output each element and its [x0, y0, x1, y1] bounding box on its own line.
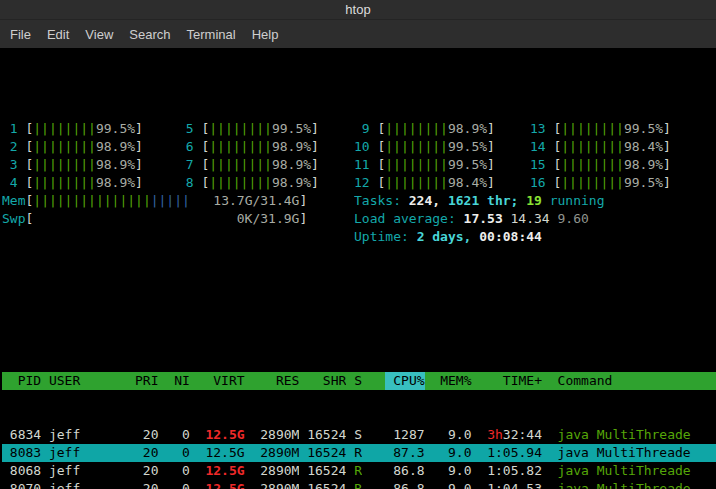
process-table-header: PIDUSERPRINIVIRTRESSHRSCPU%MEM%TIME+Comm… [2, 372, 716, 390]
load-average-label: Load average: [354, 211, 464, 226]
menu-item-view[interactable]: View [77, 25, 121, 44]
cpu-meter-bars: |||||||| [33, 121, 96, 136]
cpu-meter-value: 98.9% [96, 138, 135, 156]
column-header-shr[interactable]: SHR [299, 372, 346, 390]
cpu-meter-bars: |||||||| [33, 157, 96, 172]
cpu-meter-value: 98.4% [448, 174, 487, 192]
cpu-meter-number: 3 [2, 156, 18, 174]
cpu-meter-value: 98.9% [272, 138, 311, 156]
tasks-running-suffix: running [542, 193, 605, 208]
column-header-cmd[interactable]: Command [542, 372, 716, 390]
cpu-meter-number: 1 [2, 120, 18, 138]
memory-meter: Mem[|||||||||||||||||||| 13.7G/31.4G] [2, 192, 354, 210]
column-header-cpu[interactable]: CPU% [362, 372, 425, 390]
swap-meter-label: Swp [2, 211, 25, 226]
cpu-meter-bars: |||||||| [33, 139, 96, 154]
blank-line [2, 300, 716, 318]
column-header-pid[interactable]: PID [2, 372, 41, 390]
uptime-line: Uptime: 2 days, 00:08:44 [354, 228, 706, 246]
memory-meter-value: 13.7G/31.4G [213, 193, 299, 208]
cpu-meter-number: 13 [530, 120, 546, 138]
swap-meter: Swp[0K/31.9G] [2, 210, 354, 228]
cpu-meter-bars: |||||||| [561, 139, 624, 154]
cpu-meter-value: 98.4% [624, 138, 663, 156]
cpu-meter-bars: |||||||| [561, 157, 624, 172]
column-header-virt[interactable]: VIRT [190, 372, 245, 390]
cpu-meter-7: 7[||||||||98.9%] [178, 156, 354, 174]
menu-item-edit[interactable]: Edit [39, 25, 77, 44]
tasks-label: Tasks: [354, 193, 409, 208]
cpu-meter-value: 98.9% [96, 156, 135, 174]
cpu-meter-number: 6 [178, 138, 194, 156]
meter-area: 1[||||||||99.5%]5[||||||||99.5%]9[||||||… [2, 120, 716, 246]
memory-meter-label: Mem [2, 193, 25, 208]
cpu-meter-2: 2[||||||||98.9%] [2, 138, 178, 156]
uptime-time: 00:08:44 [479, 229, 542, 244]
cpu-meter-number: 14 [530, 138, 546, 156]
cpu-meter-number: 10 [354, 138, 370, 156]
cpu-meter-number: 15 [530, 156, 546, 174]
column-header-mem[interactable]: MEM% [425, 372, 472, 390]
cpu-meter-value: 99.5% [96, 120, 135, 138]
cpu-meter-8: 8[||||||||98.9%] [178, 174, 354, 192]
tasks-threads: 1621 thr; [448, 193, 526, 208]
load-five-minute: 14.34 [511, 211, 558, 226]
cpu-meter-11: 11[||||||||99.5%] [354, 156, 530, 174]
process-table: 6834jeff20012.5G2890M16524S12879.03h32:4… [2, 426, 716, 489]
window-title: htop [345, 2, 370, 17]
cpu-meter-12: 12[||||||||98.4%] [354, 174, 530, 192]
cpu-meter-value: 98.9% [624, 156, 663, 174]
cpu-meter-bars: |||||||| [561, 175, 624, 190]
cpu-meter-number: 5 [178, 120, 194, 138]
tasks-count: 224, [409, 193, 448, 208]
process-row[interactable]: 8068jeff20012.5G2890M16524R86.89.01:05.8… [2, 462, 716, 480]
menu-item-terminal[interactable]: Terminal [179, 25, 244, 44]
cpu-meter-value: 99.5% [624, 120, 663, 138]
cpu-meter-value: 99.5% [448, 156, 487, 174]
cpu-meter-value: 99.5% [624, 174, 663, 192]
process-row[interactable]: 8070jeff20012.5G2890M16524R86.89.01:04.5… [2, 480, 716, 489]
cpu-meter-value: 98.9% [272, 174, 311, 192]
cpu-meter-number: 12 [354, 174, 370, 192]
cpu-meter-bars: |||||||| [385, 139, 448, 154]
cpu-meter-number: 11 [354, 156, 370, 174]
process-row[interactable]: 6834jeff20012.5G2890M16524S12879.03h32:4… [2, 426, 716, 444]
cpu-meter-value: 99.5% [272, 120, 311, 138]
column-header-res[interactable]: RES [245, 372, 300, 390]
cpu-meter-10: 10[||||||||99.5%] [354, 138, 530, 156]
column-header-s[interactable]: S [346, 372, 362, 390]
cpu-meter-number: 2 [2, 138, 18, 156]
cpu-meter-bars: |||||||| [385, 157, 448, 172]
cpu-meter-number: 4 [2, 174, 18, 192]
menu-bar: FileEditViewSearchTerminalHelp [0, 20, 716, 48]
cpu-meter-value: 98.9% [272, 156, 311, 174]
tasks-line: Tasks: 224, 1621 thr; 19 running [354, 192, 706, 210]
cpu-meter-bars: |||||||| [209, 121, 272, 136]
cpu-meter-value: 99.5% [448, 138, 487, 156]
cpu-meter-1: 1[||||||||99.5%] [2, 120, 178, 138]
window-titlebar: htop [0, 0, 716, 20]
cpu-meter-9: 9[||||||||98.9%] [354, 120, 530, 138]
cpu-meter-number: 9 [354, 120, 370, 138]
column-header-pri[interactable]: PRI [119, 372, 158, 390]
memory-cache-bars: ||||| [151, 193, 190, 208]
cpu-meter-value: 98.9% [96, 174, 135, 192]
terminal-content: 1[||||||||99.5%]5[||||||||99.5%]9[||||||… [0, 48, 716, 489]
tasks-running: 19 [526, 193, 542, 208]
menu-item-file[interactable]: File [2, 25, 39, 44]
uptime-days: 2 days, [417, 229, 480, 244]
terminal-window: htop FileEditViewSearchTerminalHelp 1[||… [0, 0, 716, 489]
process-row[interactable]: 8083jeff20012.5G2890M16524R87.39.01:05.9… [2, 444, 716, 462]
menu-item-help[interactable]: Help [244, 25, 287, 44]
column-header-ni[interactable]: NI [159, 372, 190, 390]
load-fifteen-minute: 9.60 [558, 211, 589, 226]
cpu-meter-16: 16[||||||||99.5%] [530, 174, 706, 192]
column-header-user[interactable]: USER [41, 372, 119, 390]
cpu-meter-number: 7 [178, 156, 194, 174]
column-header-time[interactable]: TIME+ [472, 372, 542, 390]
cpu-meter-number: 16 [530, 174, 546, 192]
menu-item-search[interactable]: Search [121, 25, 178, 44]
cpu-meter-6: 6[||||||||98.9%] [178, 138, 354, 156]
cpu-meter-bars: |||||||| [385, 121, 448, 136]
memory-used-bars: ||||||||||||||| [33, 193, 150, 208]
